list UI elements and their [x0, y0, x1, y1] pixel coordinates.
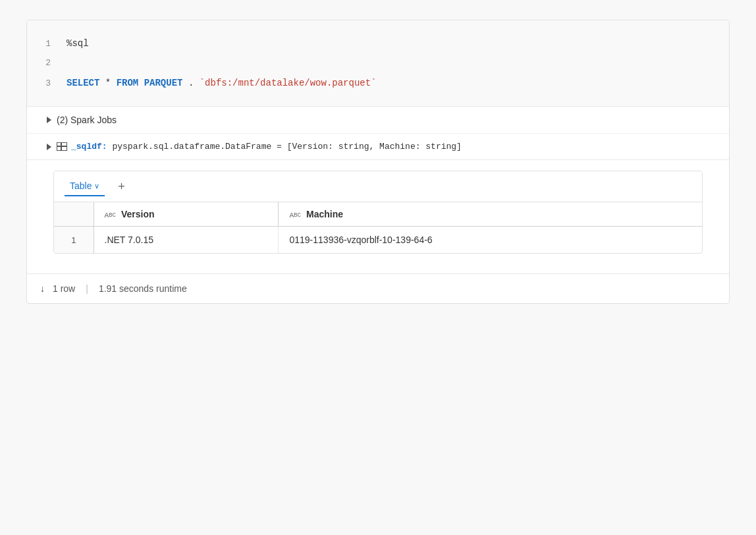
table-icon: [57, 142, 67, 151]
col-label-version: Version: [121, 209, 155, 219]
path-string: `dbfs:/mnt/datalake/wow.parquet`: [200, 78, 377, 88]
dot: .: [188, 78, 194, 88]
sql-statement: SELECT * FROM PARQUET . `dbfs:/mnt/datal…: [67, 76, 729, 90]
col-header-rownum: [54, 202, 94, 227]
cell-version-1: .NET 7.0.15: [94, 227, 279, 254]
table-tabs-bar: Table ∨ +: [54, 171, 702, 202]
runtime-text: 1.91 seconds runtime: [99, 283, 187, 294]
tab-label: Table: [70, 181, 92, 191]
operator-star: *: [105, 78, 117, 88]
data-table: ABC Version ABC Machine 1 .NET: [54, 202, 702, 253]
table-row: 1 .NET 7.0.15 0119-113936-vzqorblf-10-13…: [54, 227, 702, 254]
pipe-separator: |: [86, 283, 88, 294]
sqldf-text: _sqldf: pyspark.sql.dataframe.DataFrame …: [71, 142, 462, 152]
col-type-icon-machine: ABC: [289, 211, 301, 219]
sqldf-name: _sqldf:: [71, 142, 107, 152]
function-parquet: PARQUET: [144, 78, 183, 88]
triangle-icon: [47, 117, 51, 123]
code-area: 1 %sql 2 3 SELECT * FROM PARQUET . `dbfs…: [27, 20, 729, 107]
cell-machine-1: 0119-113936-vzqorblf-10-139-64-6: [279, 227, 702, 254]
line-number-2: 2: [27, 57, 67, 70]
col-header-version: ABC Version: [94, 202, 279, 227]
table-tab[interactable]: Table ∨: [65, 177, 105, 196]
add-tab-button[interactable]: +: [113, 178, 130, 195]
output-area: (2) Spark Jobs _sqldf: pyspark.sql.dataf…: [27, 107, 729, 260]
line-number-1: 1: [27, 38, 67, 51]
col-label-machine: Machine: [306, 209, 343, 219]
sqldf-type-value: pyspark.sql.dataframe.DataFrame = [Versi…: [112, 142, 462, 152]
col-header-machine: ABC Machine: [279, 202, 702, 227]
code-line-2: 2: [27, 54, 729, 73]
chevron-down-icon: ∨: [94, 182, 99, 190]
code-line-1: 1 %sql: [27, 34, 729, 54]
spark-jobs-label: (2) Spark Jobs: [57, 115, 117, 125]
code-magic: %sql: [67, 36, 729, 51]
col-type-icon-version: ABC: [105, 211, 117, 219]
table-view-wrapper: Table ∨ + ABC Version: [27, 160, 729, 260]
table-view-container: Table ∨ + ABC Version: [53, 171, 703, 254]
keyword-select: SELECT: [67, 78, 99, 88]
notebook-cell: 1 %sql 2 3 SELECT * FROM PARQUET . `dbfs…: [26, 20, 730, 304]
cell-rownum-1: 1: [54, 227, 94, 254]
row-count: 1 row: [53, 283, 75, 294]
table-header-row: ABC Version ABC Machine: [54, 202, 702, 227]
spark-jobs-row[interactable]: (2) Spark Jobs: [27, 107, 729, 134]
code-line-3: 3 SELECT * FROM PARQUET . `dbfs:/mnt/dat…: [27, 73, 729, 94]
table-footer: ↓ 1 row | 1.91 seconds runtime: [27, 273, 729, 303]
download-icon[interactable]: ↓: [40, 283, 45, 294]
triangle-icon-2: [47, 144, 51, 150]
line-number-3: 3: [27, 77, 67, 91]
keyword-from: FROM: [117, 78, 139, 88]
sqldf-row[interactable]: _sqldf: pyspark.sql.dataframe.DataFrame …: [27, 134, 729, 160]
